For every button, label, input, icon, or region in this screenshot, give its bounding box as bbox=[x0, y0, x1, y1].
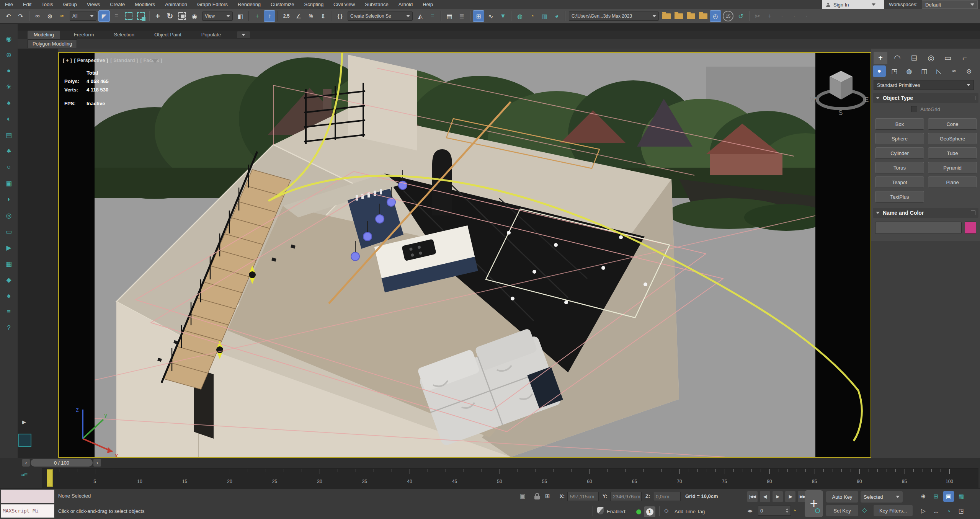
spinner-snap-icon[interactable]: ⇕ bbox=[317, 10, 329, 22]
ribbon-tab-freeform[interactable]: Freeform bbox=[68, 31, 100, 39]
object-type-rollout-header[interactable]: Object Type bbox=[873, 93, 978, 103]
trees-bell-icon[interactable]: ♠ bbox=[3, 290, 15, 302]
select-and-rotate-icon[interactable]: ↻ bbox=[164, 10, 176, 22]
named-selection-sets-icon[interactable]: { } bbox=[334, 10, 346, 22]
menu-tools[interactable]: Tools bbox=[36, 0, 58, 9]
frame-spinner[interactable]: 0 bbox=[758, 506, 791, 516]
select-and-scale-icon[interactable] bbox=[176, 10, 188, 22]
menu-edit[interactable]: Edit bbox=[18, 0, 36, 9]
menu-create[interactable]: Create bbox=[105, 0, 130, 9]
autogrid-checkbox[interactable] bbox=[911, 106, 917, 112]
ribbon-tab-modeling[interactable]: Modeling bbox=[28, 31, 60, 39]
dock-swatch-icon[interactable] bbox=[18, 434, 31, 447]
maximize-viewport-button[interactable]: ◳ bbox=[956, 506, 967, 516]
cat-systems[interactable]: ⊛ bbox=[962, 65, 975, 77]
render-production-icon[interactable]: ◕ bbox=[551, 10, 562, 22]
time-tag-cube-icon[interactable]: ◇ bbox=[664, 507, 669, 514]
monitor-icon[interactable]: ▭ bbox=[3, 225, 15, 238]
previous-frame-button[interactable]: ◀| bbox=[760, 491, 770, 502]
object-button-textplus[interactable]: TextPlus bbox=[875, 191, 924, 202]
perspective-viewport[interactable]: W S E x y z [ + ][ Perspective ][ Standa… bbox=[58, 52, 871, 458]
select-by-name-icon[interactable]: ≡ bbox=[111, 10, 122, 22]
x-coordinate-field[interactable]: 597,115cm bbox=[567, 492, 599, 501]
shield-icon[interactable] bbox=[597, 507, 604, 514]
select-object-icon[interactable]: ◤ bbox=[98, 10, 110, 22]
go-to-start-button[interactable]: |◀◀ bbox=[747, 491, 758, 502]
ribbon-tab-populate[interactable]: Populate bbox=[195, 31, 227, 39]
viewport-label-segment-0[interactable]: [ + ] bbox=[63, 57, 72, 63]
select-and-manipulate-icon[interactable]: + bbox=[252, 10, 263, 22]
sign-in-control[interactable]: Sign In bbox=[822, 0, 884, 9]
menu-animation[interactable]: Animation bbox=[160, 0, 192, 9]
key-selection-select[interactable]: Selected bbox=[861, 491, 903, 503]
layers-icon[interactable]: ▣ bbox=[3, 177, 15, 189]
window-crossing-toggle-icon[interactable] bbox=[135, 10, 147, 22]
bind-to-space-warp-icon[interactable]: ≈ bbox=[56, 10, 68, 22]
key-filter-icon[interactable]: ◇ bbox=[862, 506, 867, 514]
primitive-category-select[interactable]: Standard Primitives bbox=[874, 80, 974, 90]
menu-graph-editors[interactable]: Graph Editors bbox=[192, 0, 233, 9]
teapot-icon[interactable]: ◆ bbox=[3, 274, 15, 286]
select-and-place-icon[interactable]: ◉ bbox=[189, 10, 200, 22]
list-icon[interactable]: ≡ bbox=[3, 306, 15, 318]
add-time-tag-label[interactable]: Add Time Tag bbox=[675, 509, 705, 514]
tab-create[interactable]: + bbox=[874, 52, 887, 64]
select-and-move-icon[interactable]: + bbox=[152, 10, 163, 22]
ribbon-tab-selection[interactable]: Selection bbox=[108, 31, 140, 39]
orbit-button[interactable]: ◔ bbox=[943, 506, 954, 516]
frame-counter[interactable]: 0 / 100 bbox=[31, 459, 93, 467]
mini-curve-editor-icon[interactable]: ≈≡ bbox=[21, 472, 27, 478]
play-button[interactable]: ▶ bbox=[773, 491, 783, 502]
mirror-icon[interactable]: ◭ bbox=[415, 10, 426, 22]
unlink-selection-icon[interactable]: ⊗ bbox=[44, 10, 56, 22]
cat-geometry[interactable]: ● bbox=[873, 65, 886, 77]
y-coordinate-field[interactable]: 2346,976cm bbox=[610, 492, 642, 501]
tab-hierarchy[interactable]: ⊟ bbox=[907, 52, 921, 64]
camera-icon[interactable]: ◉ bbox=[3, 33, 15, 45]
object-name-field[interactable] bbox=[875, 222, 962, 234]
tab-utilities[interactable]: ⌐ bbox=[958, 52, 972, 64]
zoom-button[interactable]: ⊕ bbox=[918, 491, 929, 502]
percent-snap-icon[interactable]: % bbox=[305, 10, 317, 22]
help-icon[interactable]: ? bbox=[3, 322, 15, 334]
z-coordinate-field[interactable]: 0,0cm bbox=[653, 492, 681, 501]
viewport-label-segment-2[interactable]: [ Standard ] bbox=[110, 57, 138, 63]
next-frame-button[interactable]: |▶ bbox=[785, 491, 795, 502]
light-gear-icon[interactable]: ◎ bbox=[3, 209, 15, 222]
trees-icon[interactable]: ♠ bbox=[3, 97, 15, 109]
render-setup-icon[interactable]: ◔ bbox=[526, 10, 538, 22]
project-folder-settings-icon[interactable] bbox=[662, 13, 671, 19]
select-and-link-icon[interactable]: ∞ bbox=[32, 10, 43, 22]
toggle-scene-explorer-icon[interactable]: ▤ bbox=[444, 10, 455, 22]
cat-cameras[interactable]: ◫ bbox=[918, 65, 931, 77]
cat-shapes[interactable]: ◳ bbox=[888, 65, 901, 77]
key-filters-button[interactable]: Key Filters... bbox=[874, 505, 913, 516]
align-icon[interactable]: ≡ bbox=[427, 10, 438, 22]
name-color-rollout-header[interactable]: Name and Color bbox=[873, 208, 978, 218]
spinner-arrows-icon[interactable] bbox=[786, 508, 789, 513]
extra-icon-1[interactable]: · bbox=[776, 10, 788, 22]
menu-substance[interactable]: Substance bbox=[360, 0, 393, 9]
filter-funnel-icon[interactable] bbox=[152, 59, 158, 63]
add-camera-icon[interactable]: ⊕ bbox=[3, 49, 15, 61]
extra-icon-3[interactable]: · bbox=[801, 10, 812, 22]
viewport-label[interactable]: [ + ][ Perspective ][ Standard ][ Facets… bbox=[63, 57, 162, 63]
material-editor-icon[interactable]: ◍ bbox=[514, 10, 526, 22]
menu-scripting[interactable]: Scripting bbox=[299, 0, 329, 9]
undo-icon[interactable]: ↶ bbox=[3, 10, 14, 22]
project-switch-icon[interactable] bbox=[687, 13, 695, 19]
tab-motion[interactable]: ◎ bbox=[924, 52, 938, 64]
use-pivot-point-icon[interactable]: ◧ bbox=[235, 10, 246, 22]
tree-list-icon[interactable]: ▤ bbox=[3, 129, 15, 141]
autosave-toggle-icon[interactable]: ◴ bbox=[710, 10, 721, 22]
menu-civil-view[interactable]: Civil View bbox=[328, 0, 360, 9]
video-player-icon[interactable]: ▶ bbox=[3, 242, 15, 254]
cut-icon[interactable]: ✂ bbox=[752, 10, 763, 22]
object-button-cone[interactable]: Cone bbox=[928, 118, 977, 130]
object-button-geosphere[interactable]: GeoSphere bbox=[928, 133, 977, 144]
project-link-icon[interactable] bbox=[699, 13, 707, 19]
time-configuration-icon[interactable]: ◔ bbox=[792, 507, 796, 515]
set-keys-button[interactable]: + bbox=[805, 490, 823, 517]
project-folder-select[interactable]: C:\Users\Gen...3ds Max 2023 bbox=[569, 11, 659, 21]
menu-customize[interactable]: Customize bbox=[266, 0, 299, 9]
